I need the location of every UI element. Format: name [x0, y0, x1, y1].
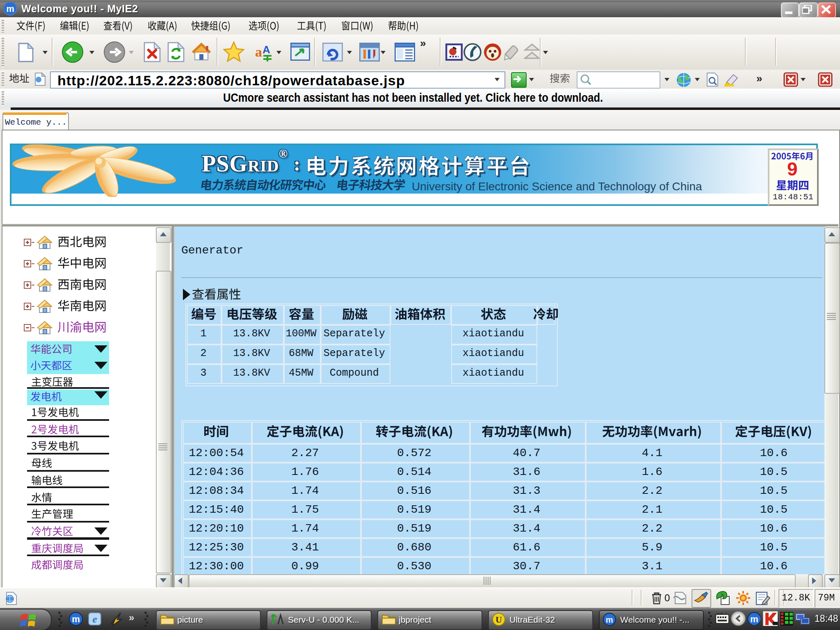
svg-text:m: m — [750, 614, 758, 624]
svg-text:m: m — [606, 615, 613, 624]
svg-text:m: m — [72, 614, 80, 624]
svg-text:U: U — [495, 614, 502, 624]
svg-text:A: A — [262, 43, 270, 56]
svg-text:e: e — [92, 613, 97, 625]
svg-text:a: a — [255, 44, 262, 59]
svg-text:m: m — [6, 4, 14, 14]
